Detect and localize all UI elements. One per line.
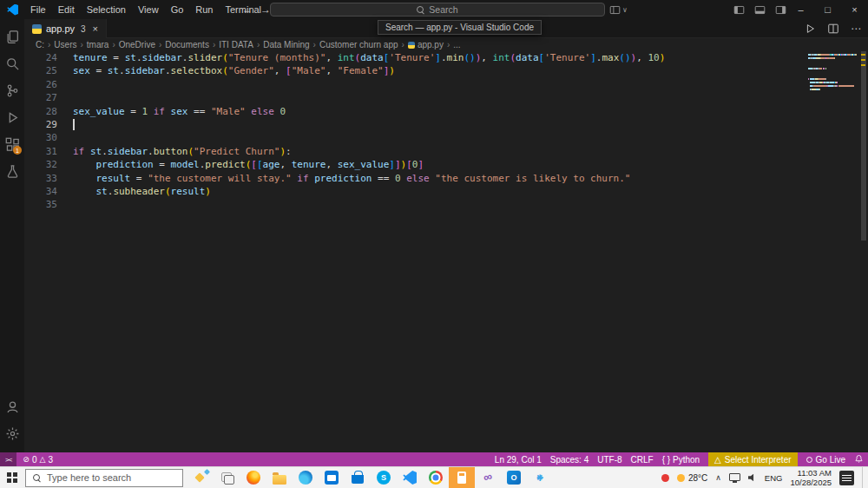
breadcrumb-item[interactable]: Documents — [165, 40, 209, 49]
breadcrumb-item[interactable]: ... — [453, 40, 460, 49]
attention-icon[interactable] — [449, 467, 475, 488]
back-button[interactable]: ← — [242, 3, 253, 16]
minimap[interactable] — [808, 53, 857, 95]
network-icon[interactable] — [729, 473, 740, 481]
menu-selection[interactable]: Selection — [81, 0, 132, 19]
menu-file[interactable]: File — [24, 0, 52, 19]
warning-icon: △ — [39, 455, 45, 464]
breadcrumb-separator: › — [257, 40, 260, 49]
start-button[interactable] — [0, 467, 24, 488]
toggle-sidebar-button[interactable] — [733, 4, 745, 16]
code-line-24[interactable]: 24tenure = st.sidebar.slider("Tenure (mo… — [24, 51, 803, 64]
source-control-icon[interactable] — [0, 77, 24, 104]
search-icon[interactable] — [0, 50, 24, 77]
maximize-button[interactable]: □ — [814, 0, 841, 19]
sparkles-icon[interactable] — [188, 467, 214, 488]
testing-icon[interactable] — [0, 158, 24, 185]
layout-control-button[interactable]: ∨ — [609, 0, 628, 19]
firefox-icon[interactable] — [240, 467, 266, 488]
edge-icon[interactable] — [293, 467, 319, 488]
code-line-32[interactable]: 32 prediction = model.predict([[age, ten… — [24, 158, 803, 171]
code-line-28[interactable]: 28sex_value = 1 if sex == "Male" else 0 — [24, 105, 803, 118]
weather-widget[interactable]: 28°C — [677, 473, 707, 483]
line-number: 24 — [24, 51, 73, 64]
extensions-icon[interactable]: 1 — [0, 131, 24, 158]
notifications-bell-icon[interactable] — [854, 454, 864, 465]
code-line-34[interactable]: 34 st.subheader(result) — [24, 185, 803, 198]
keyboard-language[interactable]: ENG — [765, 473, 783, 483]
line-col-indicator[interactable]: Ln 29, Col 1 — [495, 455, 542, 465]
indentation-indicator[interactable]: Spaces: 4 — [550, 455, 589, 465]
code-line-33[interactable]: 33 result = "the customer will stay." if… — [24, 172, 803, 185]
code-line-25[interactable]: 25sex = st.sidebar.selectbox("Gender", [… — [24, 64, 803, 77]
breadcrumb-item[interactable]: Data Mining — [263, 40, 309, 49]
action-center-button[interactable] — [839, 471, 854, 485]
volume-icon[interactable] — [748, 473, 757, 482]
select-interpreter-button[interactable]: △ Select Interpreter — [708, 452, 797, 466]
code-editor[interactable]: 24tenure = st.sidebar.slider("Tenure (mo… — [24, 51, 803, 452]
visual-studio-icon[interactable]: ∞ — [475, 467, 501, 488]
windows-logo-icon — [7, 472, 17, 483]
hidden-icons-chevron[interactable]: ∧ — [715, 473, 721, 482]
tab-close-icon[interactable]: × — [93, 23, 98, 34]
vscode-icon[interactable] — [397, 467, 423, 488]
toggle-panel-button[interactable] — [754, 4, 766, 16]
warning-ruler-mark — [861, 54, 865, 56]
menu-go[interactable]: Go — [165, 0, 190, 19]
language-indicator[interactable]: { } Python — [662, 455, 700, 465]
code-line-35[interactable]: 35 — [24, 198, 803, 211]
run-python-file-button[interactable] — [804, 23, 816, 35]
store-icon[interactable] — [345, 467, 371, 488]
menu-run[interactable]: Run — [189, 0, 219, 19]
file-explorer-icon[interactable] — [266, 467, 293, 488]
breadcrumb-item[interactable]: tmara — [87, 40, 109, 49]
widgets-icon[interactable]: ++ — [527, 467, 553, 488]
line-number: 25 — [24, 64, 73, 77]
more-actions-button[interactable]: ⋯ — [851, 23, 861, 35]
breadcrumb-item[interactable]: app.py — [408, 40, 444, 49]
tab-label: app.py — [46, 23, 75, 34]
code-line-30[interactable]: 30 — [24, 131, 803, 144]
show-desktop-button[interactable] — [862, 467, 865, 488]
scrollbar[interactable] — [861, 51, 866, 241]
code-line-31[interactable]: 31if st.sidebar.button("Predict Churn"): — [24, 145, 803, 158]
outlook-icon[interactable]: O — [501, 467, 527, 488]
go-live-button[interactable]: Go Live — [806, 455, 845, 465]
explorer-icon[interactable] — [0, 23, 24, 50]
breadcrumb-item[interactable]: ITI DATA — [219, 40, 253, 49]
account-icon[interactable] — [0, 393, 24, 420]
line-number: 28 — [24, 105, 73, 118]
breadcrumb-item[interactable]: C: — [36, 40, 44, 49]
settings-icon[interactable] — [0, 420, 24, 447]
code-line-27[interactable]: 27 — [24, 91, 803, 104]
breadcrumb-item[interactable]: OneDrive — [119, 40, 155, 49]
tray-red-icon[interactable] — [661, 474, 669, 482]
temperature: 28°C — [688, 473, 707, 483]
chrome-icon[interactable] — [423, 467, 449, 488]
split-editor-button[interactable] — [827, 23, 839, 35]
problems-indicator[interactable]: ⊘ 0 △ 3 — [16, 455, 59, 465]
activity-bar: 1 — [0, 19, 24, 452]
breadcrumb-item[interactable]: Customer churn app — [319, 40, 398, 49]
run-debug-icon[interactable] — [0, 104, 24, 131]
code-line-26[interactable]: 26 — [24, 78, 803, 91]
breadcrumb-item[interactable]: Users — [54, 40, 76, 49]
minimize-button[interactable]: – — [787, 0, 814, 19]
skype-icon[interactable]: S — [371, 467, 397, 488]
taskbar-search-input[interactable]: Type here to search — [25, 469, 183, 487]
close-button[interactable]: × — [841, 0, 868, 19]
eol-indicator[interactable]: CRLF — [631, 455, 654, 465]
layout-box-icon — [609, 4, 621, 16]
task-view-icon[interactable] — [214, 467, 240, 488]
toggle-secondary-sidebar-button[interactable] — [775, 4, 786, 16]
encoding-indicator[interactable]: UTF-8 — [597, 455, 621, 465]
menu-view[interactable]: View — [132, 0, 165, 19]
taskbar-clock[interactable]: 11:03 AM 10/28/2025 — [790, 468, 832, 487]
mail-icon[interactable] — [319, 467, 345, 488]
remote-indicator[interactable]: >< — [0, 452, 16, 466]
tab-app-py[interactable]: app.py 3 × — [24, 19, 107, 38]
line-number: 30 — [24, 131, 73, 144]
code-line-29[interactable]: 29 — [24, 118, 803, 131]
command-center-search[interactable]: Search — [270, 3, 605, 16]
menu-edit[interactable]: Edit — [52, 0, 81, 19]
